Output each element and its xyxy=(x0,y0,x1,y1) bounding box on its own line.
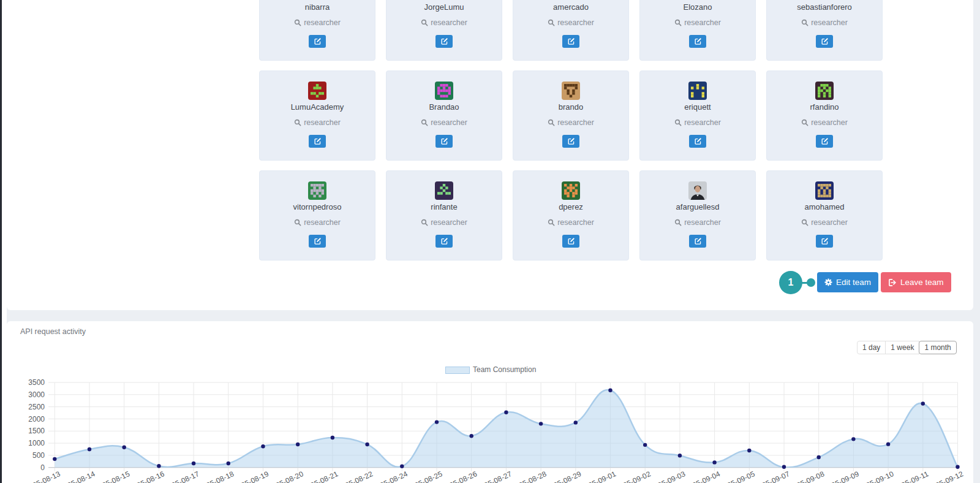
member-name: vitornpedroso xyxy=(293,203,342,211)
svg-text:1000: 1000 xyxy=(28,439,45,447)
search-icon xyxy=(421,19,428,26)
member-name: amercado xyxy=(553,3,589,11)
member-name: Brandao xyxy=(429,103,459,111)
team-actions: Edit team Leave team xyxy=(817,272,951,292)
edit-icon xyxy=(440,237,448,245)
search-icon xyxy=(548,119,555,126)
member-role-label: researcher xyxy=(684,18,721,27)
member-role: researcher xyxy=(674,218,721,227)
search-icon xyxy=(674,219,682,226)
member-name: afarguellesd xyxy=(676,203,720,211)
edit-icon xyxy=(694,37,702,45)
svg-text:2025-09-01: 2025-09-01 xyxy=(579,470,617,483)
member-card: rinfanteresearcher xyxy=(386,170,502,261)
edit-member-button[interactable] xyxy=(309,35,326,48)
search-icon xyxy=(548,219,555,226)
svg-text:2000: 2000 xyxy=(28,415,45,424)
member-pixel-avatar xyxy=(435,82,453,100)
search-icon xyxy=(801,19,809,26)
edit-member-button[interactable] xyxy=(816,135,833,148)
member-name: dperez xyxy=(559,203,583,211)
search-icon xyxy=(294,219,301,226)
member-card: LumuAcademyresearcher xyxy=(259,70,375,161)
edit-member-button[interactable] xyxy=(689,35,706,48)
range-button-1-month[interactable]: 1 month xyxy=(919,341,956,354)
svg-text:2025-08-17: 2025-08-17 xyxy=(163,470,201,483)
svg-text:2025-09-09: 2025-09-09 xyxy=(823,470,861,483)
member-role: researcher xyxy=(548,118,594,127)
edit-member-button[interactable] xyxy=(435,235,453,248)
member-photo-avatar xyxy=(688,181,707,200)
member-role-label: researcher xyxy=(431,118,467,127)
range-button-group: 1 day1 week1 month xyxy=(857,341,957,354)
member-role: researcher xyxy=(548,218,594,227)
range-button-1-day[interactable]: 1 day xyxy=(857,341,886,354)
member-name: rinfante xyxy=(431,203,457,211)
leave-team-button[interactable]: Leave team xyxy=(881,272,951,292)
edit-member-button[interactable] xyxy=(562,135,579,148)
edit-icon xyxy=(440,37,448,45)
search-icon xyxy=(801,219,809,226)
svg-text:2025-08-26: 2025-08-26 xyxy=(440,470,478,483)
svg-text:0: 0 xyxy=(40,463,45,472)
search-icon xyxy=(421,119,428,126)
member-role: researcher xyxy=(548,18,594,27)
edit-icon xyxy=(314,137,322,145)
edit-icon xyxy=(694,137,702,145)
svg-text:2025-08-22: 2025-08-22 xyxy=(336,470,374,483)
edit-icon xyxy=(821,137,829,145)
edit-member-button[interactable] xyxy=(309,135,326,148)
svg-text:1500: 1500 xyxy=(28,427,45,435)
svg-text:2025-08-15: 2025-08-15 xyxy=(93,470,131,483)
svg-text:2025-09-11: 2025-09-11 xyxy=(892,470,930,483)
edit-member-button[interactable] xyxy=(816,35,833,48)
member-pixel-avatar xyxy=(435,181,453,200)
edit-member-button[interactable] xyxy=(435,35,453,48)
svg-text:2025-08-25: 2025-08-25 xyxy=(406,470,444,483)
edit-icon xyxy=(314,237,322,245)
edit-team-button[interactable]: Edit team xyxy=(817,272,878,292)
member-role: researcher xyxy=(801,218,848,227)
member-role-label: researcher xyxy=(557,118,594,127)
activity-panel-title: API request activity xyxy=(20,327,86,337)
member-name: Elozano xyxy=(684,3,712,11)
member-role-label: researcher xyxy=(431,18,467,27)
gear-icon xyxy=(824,278,832,286)
edit-member-button[interactable] xyxy=(309,235,326,248)
svg-text:2500: 2500 xyxy=(28,403,45,411)
edit-icon xyxy=(821,237,829,245)
member-card: amohamedresearcher xyxy=(766,170,883,261)
edit-member-button[interactable] xyxy=(435,135,453,148)
member-pixel-avatar xyxy=(308,181,326,200)
edit-team-label: Edit team xyxy=(836,278,871,287)
member-name: LumuAcademy xyxy=(291,103,344,111)
member-role: researcher xyxy=(801,118,848,127)
edit-member-button[interactable] xyxy=(816,235,833,248)
member-name: amohamed xyxy=(804,203,844,211)
edit-member-button[interactable] xyxy=(689,235,706,248)
member-card: sebastianforeroresearcher xyxy=(766,0,883,61)
member-pixel-avatar xyxy=(308,82,326,100)
edit-member-button[interactable] xyxy=(562,35,579,48)
member-role-label: researcher xyxy=(811,218,848,227)
edit-icon xyxy=(567,237,575,245)
edit-member-button[interactable] xyxy=(689,135,706,148)
range-button-1-week[interactable]: 1 week xyxy=(885,341,919,354)
api-activity-chart: 05001000150020002500300035002025-08-1320… xyxy=(18,367,968,483)
member-pixel-avatar xyxy=(815,181,834,200)
edit-icon xyxy=(821,37,829,45)
edit-member-button[interactable] xyxy=(562,235,579,248)
member-role: researcher xyxy=(674,118,721,127)
search-icon xyxy=(801,119,809,126)
leave-team-label: Leave team xyxy=(900,278,944,287)
member-role-label: researcher xyxy=(304,218,341,227)
member-role-label: researcher xyxy=(304,18,341,27)
annotation-marker-label: 1 xyxy=(788,277,794,288)
search-icon xyxy=(294,119,301,126)
svg-text:3500: 3500 xyxy=(28,378,45,387)
svg-text:2025-09-07: 2025-09-07 xyxy=(753,470,791,483)
member-name: JorgeLumu xyxy=(424,3,464,11)
search-icon xyxy=(548,19,555,26)
member-pixel-avatar xyxy=(562,82,580,100)
member-role-label: researcher xyxy=(811,18,848,27)
